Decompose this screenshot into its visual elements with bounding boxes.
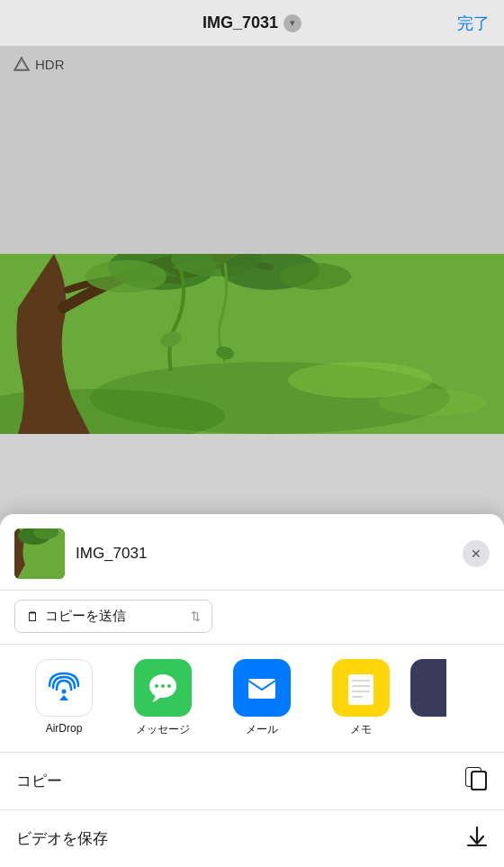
airdrop-icon [35,659,93,717]
photo-title: IMG_7031 [202,14,278,32]
close-icon: ✕ [471,546,482,561]
airdrop-label: AirDrop [46,722,83,735]
photo-area: HDR [0,47,504,434]
svg-point-20 [155,684,158,688]
svg-point-8 [86,260,166,293]
top-navigation-bar: IMG_7031 ▾ 完了 [0,0,504,47]
svg-point-9 [279,263,351,290]
partial-app-icon [410,659,446,717]
svg-point-21 [161,684,165,688]
copy-dropdown-text: コピーを送信 [45,608,126,625]
action-rows: コピー ビデオを保存 [0,753,504,867]
svg-point-13 [378,389,486,416]
copy-dropdown-label: 🗒 コピーを送信 [26,608,126,625]
document-icon: 🗒 [26,609,40,624]
save-video-action-row[interactable]: ビデオを保存 [0,810,504,867]
photo-bottom [0,254,504,434]
svg-rect-24 [348,674,374,705]
mail-label: メール [246,722,278,737]
share-thumbnail [14,528,65,579]
chevron-updown-icon: ⇅ [191,610,201,623]
copy-dropdown-row: 🗒 コピーを送信 ⇅ [0,591,504,645]
title-area: IMG_7031 ▾ [202,14,302,32]
svg-rect-32 [472,772,486,790]
mail-icon [233,659,291,717]
app-item-airdrop[interactable]: AirDrop [14,659,113,735]
share-sheet: IMG_7031 ✕ 🗒 コピーを送信 ⇅ [0,514,504,867]
notes-label: メモ [350,722,372,737]
hdr-label: HDR [0,47,504,81]
app-item-mail[interactable]: メール [212,659,311,737]
copy-action-label: コピー [16,771,62,791]
chevron-down-icon[interactable]: ▾ [284,14,302,32]
copy-action-row[interactable]: コピー [0,753,504,810]
svg-point-18 [62,690,67,694]
app-item-messages[interactable]: メッセージ [113,659,212,737]
share-filename: IMG_7031 [76,545,463,563]
share-header: IMG_7031 ✕ [0,514,504,591]
messages-icon [134,659,192,717]
svg-point-22 [167,684,171,688]
hdr-text: HDR [35,57,65,72]
copy-dropdown[interactable]: 🗒 コピーを送信 ⇅ [14,600,212,633]
notes-icon [332,659,390,717]
messages-label: メッセージ [136,722,190,737]
save-icon [466,824,488,853]
done-button[interactable]: 完了 [457,13,490,34]
copy-icon [464,766,488,796]
hdr-icon [13,56,31,72]
partial-app-item [410,659,446,717]
save-video-label: ビデオを保存 [16,828,108,849]
app-icons-row: AirDrop メッセージ [0,645,504,753]
app-item-notes[interactable]: メモ [311,659,410,737]
close-button[interactable]: ✕ [463,540,490,567]
